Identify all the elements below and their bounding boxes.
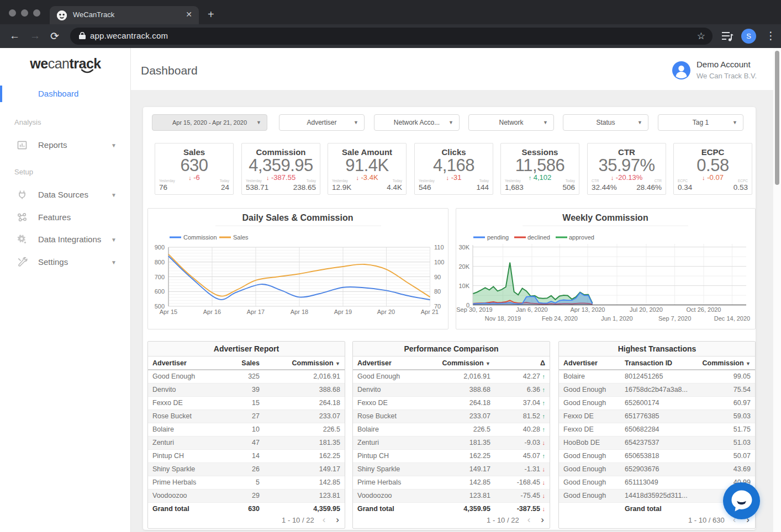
svg-text:600: 600 bbox=[155, 288, 165, 295]
svg-text:pending: pending bbox=[487, 234, 509, 241]
svg-text:Weekly Commission: Weekly Commission bbox=[562, 213, 648, 222]
svg-text:30K: 30K bbox=[458, 244, 469, 251]
svg-text:Sep 30, 2019: Sep 30, 2019 bbox=[456, 306, 492, 313]
svg-text:Jul 20, 2020: Jul 20, 2020 bbox=[630, 306, 663, 313]
svg-text:Apr 21: Apr 21 bbox=[421, 308, 439, 315]
svg-text:Oct 26, 2020: Oct 26, 2020 bbox=[687, 306, 721, 313]
svg-text:Sep 7, 2020: Sep 7, 2020 bbox=[658, 315, 691, 322]
svg-text:Apr 15: Apr 15 bbox=[160, 308, 177, 315]
svg-text:approved: approved bbox=[569, 234, 594, 241]
svg-text:Commission: Commission bbox=[183, 234, 217, 241]
svg-text:Apr 13, 2020: Apr 13, 2020 bbox=[571, 306, 605, 313]
svg-text:80: 80 bbox=[434, 288, 441, 295]
svg-text:Apr 19: Apr 19 bbox=[334, 308, 352, 315]
svg-text:Sales: Sales bbox=[233, 234, 249, 241]
svg-text:Apr 16: Apr 16 bbox=[203, 308, 221, 315]
svg-text:Feb 24, 2020: Feb 24, 2020 bbox=[542, 315, 578, 322]
svg-text:Dec 14, 2020: Dec 14, 2020 bbox=[714, 315, 750, 322]
svg-text:110: 110 bbox=[434, 244, 444, 251]
svg-text:100: 100 bbox=[434, 259, 444, 265]
svg-text:Apr 17: Apr 17 bbox=[247, 308, 265, 315]
svg-text:Daily Sales & Commission: Daily Sales & Commission bbox=[242, 213, 353, 222]
svg-text:declined: declined bbox=[527, 234, 550, 241]
svg-text:900: 900 bbox=[155, 244, 165, 251]
svg-text:800: 800 bbox=[155, 259, 165, 265]
svg-text:Apr 20: Apr 20 bbox=[377, 308, 395, 315]
svg-text:Jun 1, 2020: Jun 1, 2020 bbox=[601, 315, 633, 322]
svg-text:Jan 6, 2020: Jan 6, 2020 bbox=[516, 306, 548, 313]
svg-text:700: 700 bbox=[155, 274, 165, 280]
svg-text:Nov 18, 2019: Nov 18, 2019 bbox=[485, 315, 521, 322]
svg-text:20K: 20K bbox=[458, 263, 469, 270]
svg-text:90: 90 bbox=[434, 274, 441, 280]
svg-text:10K: 10K bbox=[458, 283, 469, 289]
svg-text:Apr 18: Apr 18 bbox=[291, 308, 308, 315]
